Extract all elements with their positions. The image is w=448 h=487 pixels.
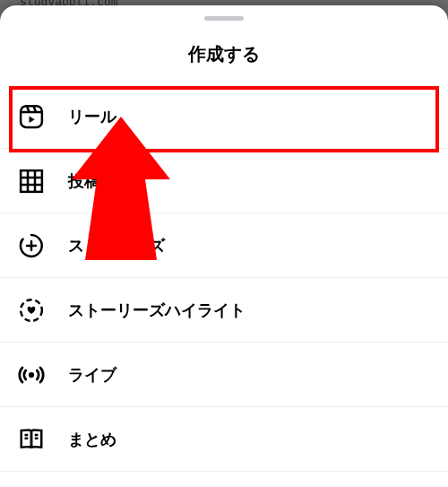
story-icon <box>18 232 45 259</box>
option-story[interactable]: ストーリーズ <box>0 213 448 278</box>
create-sheet: 作成する リール <box>0 5 448 487</box>
option-label: ストーリーズ <box>68 235 165 257</box>
option-label: ストーリーズハイライト <box>68 300 246 321</box>
create-options-list: リール 投稿 <box>0 84 448 472</box>
sheet-handle[interactable] <box>204 16 244 21</box>
guide-icon <box>18 426 45 453</box>
sheet-title: 作成する <box>0 42 448 66</box>
option-label: ライブ <box>68 364 116 386</box>
option-label: 投稿 <box>68 170 100 192</box>
svg-rect-4 <box>21 170 42 192</box>
svg-point-12 <box>29 371 34 377</box>
highlight-icon <box>18 297 45 324</box>
option-reel[interactable]: リール <box>0 84 448 149</box>
live-icon <box>18 361 45 388</box>
option-post[interactable]: 投稿 <box>0 149 448 213</box>
option-highlight[interactable]: ストーリーズハイライト <box>0 278 448 343</box>
svg-rect-0 <box>21 106 42 127</box>
option-live[interactable]: ライブ <box>0 343 448 407</box>
reel-icon <box>18 103 45 130</box>
option-label: まとめ <box>68 429 116 450</box>
option-guide[interactable]: まとめ <box>0 407 448 472</box>
option-label: リール <box>68 106 116 127</box>
grid-icon <box>18 168 45 195</box>
